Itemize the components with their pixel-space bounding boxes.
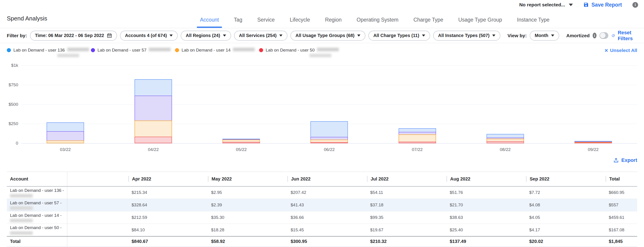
redacted-text bbox=[10, 194, 33, 198]
chevron-down-icon bbox=[569, 4, 573, 6]
stacked-bar-07-22 bbox=[398, 128, 436, 143]
bar-segment-lab-on-demand-user-50[interactable] bbox=[486, 141, 524, 143]
account-name: Lab on Demand - user 14 - bbox=[10, 213, 67, 218]
table-row: Lab on Demand - user 50 -$84.10$18.28$15… bbox=[7, 224, 637, 236]
save-report-button[interactable]: Save Report bbox=[583, 2, 622, 8]
bar-segment-lab-on-demand-user-136[interactable] bbox=[310, 121, 348, 137]
redacted-text bbox=[149, 48, 171, 51]
column-header-jul-2022: Jul 2022 bbox=[367, 172, 446, 186]
view-by-pill[interactable]: Month bbox=[530, 31, 559, 41]
info-icon[interactable]: i bbox=[632, 2, 638, 8]
stacked-bar-03-22 bbox=[46, 122, 84, 143]
reset-filters-button[interactable]: Reset Filters bbox=[611, 30, 637, 41]
redacted-text bbox=[317, 48, 339, 51]
bar-segment-lab-on-demand-user-50[interactable] bbox=[222, 142, 260, 143]
close-icon: × bbox=[604, 48, 608, 53]
legend-item-label: Lab on Demand - user 50 bbox=[266, 48, 314, 53]
total-value-cell: $137.49 bbox=[446, 236, 526, 247]
spend-table-container: AccountApr 2022May 2022Jun 2022Jul 2022A… bbox=[7, 172, 637, 247]
column-header-label: Total bbox=[606, 176, 620, 182]
value-cell: $207.42 bbox=[288, 186, 367, 199]
tab-tag[interactable]: Tag bbox=[234, 17, 242, 28]
chevron-down-icon bbox=[551, 34, 554, 36]
value-cell: $51.76 bbox=[446, 186, 526, 199]
column-header-apr-2022: Apr 2022 bbox=[128, 172, 208, 186]
bar-segment-lab-on-demand-user-57[interactable] bbox=[46, 131, 84, 141]
bar-segment-lab-on-demand-user-50[interactable] bbox=[574, 142, 612, 143]
value-cell: $36.66 bbox=[288, 211, 367, 224]
legend-color-dot bbox=[91, 48, 95, 52]
table-total-row: Total$840.67$58.92$300.95$210.32$137.49$… bbox=[7, 236, 637, 247]
legend-item-lab-on-demand-user-14[interactable]: Lab on Demand - user 14 bbox=[175, 48, 259, 53]
bar-segment-lab-on-demand-user-50[interactable] bbox=[310, 142, 348, 143]
column-header-label: Apr 2022 bbox=[128, 176, 151, 182]
legend-color-dot bbox=[259, 48, 263, 52]
filter-pill-all-usage-type-groups-68[interactable]: All Usage Type Groups (68) bbox=[290, 31, 366, 41]
x-axis-label: 09/22 bbox=[549, 147, 637, 152]
y-axis-tick-label: $250 bbox=[7, 121, 18, 126]
tab-charge-type[interactable]: Charge Type bbox=[413, 17, 443, 28]
refresh-icon bbox=[611, 33, 615, 39]
amortized-toggle[interactable] bbox=[600, 32, 608, 39]
filter-pill-all-services-254[interactable]: All Services (254) bbox=[234, 31, 288, 41]
legend-color-dot bbox=[7, 48, 11, 52]
tab-account[interactable]: Account bbox=[200, 17, 219, 28]
bar-segment-lab-on-demand-user-50[interactable] bbox=[134, 137, 172, 143]
legend-item-lab-on-demand-user-50[interactable]: Lab on Demand - user 50 bbox=[259, 48, 343, 53]
value-cell: $215.34 bbox=[128, 186, 208, 199]
chevron-down-icon bbox=[279, 34, 282, 36]
total-value-cell: $840.67 bbox=[128, 236, 208, 247]
info-icon[interactable]: i bbox=[593, 33, 596, 38]
tab-usage-type-group[interactable]: Usage Type Group bbox=[458, 17, 502, 28]
time-filter-pill[interactable]: Time: 06 Mar 2022 - 06 Sep 2022 bbox=[30, 31, 117, 41]
export-label: Export bbox=[621, 157, 637, 163]
save-report-label: Save Report bbox=[592, 2, 622, 8]
tab-lifecycle[interactable]: Lifecycle bbox=[290, 17, 310, 28]
report-selector-dropdown[interactable]: No report selected... bbox=[519, 2, 573, 7]
tab-service[interactable]: Service bbox=[257, 17, 275, 28]
y-axis-tick-label: $500 bbox=[7, 102, 18, 107]
legend-item-lab-on-demand-user-57[interactable]: Lab on Demand - user 57 bbox=[91, 48, 175, 53]
value-cell: $557 bbox=[606, 199, 637, 211]
stacked-bar-06-22 bbox=[310, 121, 348, 143]
time-filter-label: Time: 06 Mar 2022 - 06 Sep 2022 bbox=[35, 33, 104, 38]
chevron-down-icon bbox=[357, 34, 360, 36]
column-header-aug-2022: Aug 2022 bbox=[446, 172, 526, 186]
column-header-label: Account bbox=[7, 176, 28, 182]
chart-slots bbox=[21, 65, 637, 143]
view-by-value: Month bbox=[535, 33, 548, 38]
chart-slot-05-22 bbox=[197, 65, 285, 143]
bar-segment-lab-on-demand-user-14[interactable] bbox=[134, 121, 172, 137]
value-cell: $99.35 bbox=[367, 211, 446, 224]
filter-pill-all-instance-types-507[interactable]: All Instance Types (507) bbox=[433, 31, 500, 41]
stacked-bar-05-22 bbox=[222, 139, 260, 143]
bar-segment-lab-on-demand-user-136[interactable] bbox=[46, 122, 84, 132]
tab-instance-type[interactable]: Instance Type bbox=[517, 17, 550, 28]
column-header-jun-2022: Jun 2022 bbox=[288, 172, 367, 186]
filter-pill-all-charge-types-11[interactable]: All Charge Types (11) bbox=[368, 31, 430, 41]
x-axis-label: 04/22 bbox=[109, 147, 197, 152]
unselect-all-button[interactable]: × Unselect All bbox=[604, 48, 637, 53]
table-row: Lab on Demand - user 136 -$215.34$2.95$2… bbox=[7, 186, 637, 199]
value-cell: $41.43 bbox=[288, 199, 367, 211]
chart-slot-09-22 bbox=[549, 65, 637, 143]
value-cell: $84.10 bbox=[128, 224, 208, 236]
chart-slot-08-22 bbox=[461, 65, 549, 143]
chevron-down-icon bbox=[223, 34, 226, 36]
export-button[interactable]: Export bbox=[613, 157, 637, 163]
tab-region[interactable]: Region bbox=[325, 17, 342, 28]
redacted-text bbox=[10, 206, 33, 210]
bar-segment-lab-on-demand-user-50[interactable] bbox=[398, 142, 436, 143]
bar-segment-lab-on-demand-user-57[interactable] bbox=[134, 96, 172, 121]
bar-segment-lab-on-demand-user-136[interactable] bbox=[134, 79, 172, 96]
page-header: Spend Analysis AccountTagServiceLifecycl… bbox=[0, 9, 644, 28]
filter-pill-accounts-4-of-674[interactable]: Accounts 4 (of 674) bbox=[120, 31, 178, 41]
bar-segment-lab-on-demand-user-14[interactable] bbox=[46, 141, 84, 143]
legend-item-lab-on-demand-user-136[interactable]: Lab on Demand - user 136 bbox=[7, 48, 91, 53]
top-bar: No report selected... Save Report i bbox=[0, 0, 644, 9]
tab-operating-system[interactable]: Operating System bbox=[356, 17, 398, 28]
account-cell: Lab on Demand - user 50 - bbox=[7, 224, 67, 236]
filter-pill-all-regions-24[interactable]: All Regions (24) bbox=[181, 31, 231, 41]
bar-segment-lab-on-demand-user-14[interactable] bbox=[398, 134, 436, 142]
value-cell bbox=[67, 186, 128, 199]
